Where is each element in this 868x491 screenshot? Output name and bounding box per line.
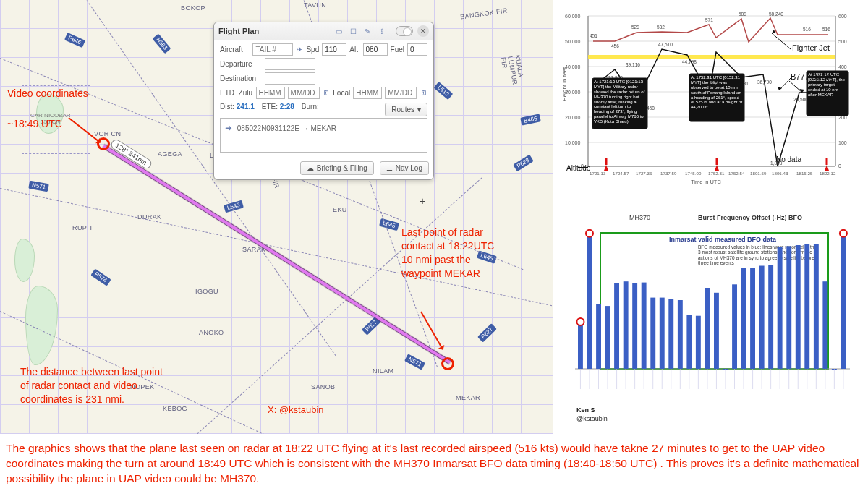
bfo-bar <box>741 268 746 369</box>
stat-ete: ETE: 2:28 <box>262 103 294 116</box>
svg-text:532: 532 <box>657 25 665 30</box>
etd-local-hhmm[interactable] <box>353 87 382 99</box>
boundary-line <box>181 177 482 434</box>
label-aircraft: Aircraft <box>220 46 250 54</box>
svg-text:600: 600 <box>838 14 847 19</box>
svg-text:No data: No data <box>776 155 801 163</box>
route-string: 085022N0931122E → MEKAR <box>237 124 336 132</box>
svg-text:516: 516 <box>822 27 830 32</box>
calendar-icon[interactable]: 🗓 <box>323 89 331 97</box>
flight-plan-panel: Flight Plan ▭ ☐ ✎ ⇪ ✕ Aircraft ✈ Spd Alt… <box>213 22 434 180</box>
svg-text:1721.13: 1721.13 <box>590 171 606 176</box>
svg-text:50,000: 50,000 <box>565 39 581 44</box>
airway-label: L510 <box>433 82 453 100</box>
island <box>14 239 35 282</box>
svg-text:100: 100 <box>838 140 847 145</box>
label-departure: Departure <box>220 60 262 68</box>
waypoint-label: KEBOG <box>163 405 187 412</box>
airway-label: L645 <box>379 218 399 231</box>
bfo-bar <box>660 298 665 369</box>
svg-text:451: 451 <box>590 33 597 38</box>
waypoint-label: BOKOP <box>181 4 205 12</box>
annotation-distance: The distance between last point of radar… <box>20 365 163 406</box>
waypoint-label: VOR CN <box>94 130 121 137</box>
label-spd: Spd <box>306 46 319 54</box>
waypoint-label: AGEGA <box>158 150 182 158</box>
calendar-icon[interactable]: 🗓 <box>420 89 427 97</box>
new-file-icon[interactable]: ▭ <box>333 26 344 36</box>
svg-text:1737.59: 1737.59 <box>660 171 677 176</box>
route-string-box[interactable]: ➜ 085022N0931122E → MEKAR <box>220 118 427 153</box>
svg-rect-23 <box>588 55 835 59</box>
bfo-bar <box>650 298 655 369</box>
label-local: Local <box>333 89 350 97</box>
save-file-icon[interactable]: ✎ <box>362 26 373 36</box>
open-file-icon[interactable]: ☐ <box>348 26 358 36</box>
svg-text:58,240: 58,240 <box>769 12 783 17</box>
bfo-bar <box>760 266 765 370</box>
etd-zulu-mmdd[interactable] <box>288 87 320 99</box>
svg-text:B777 Decoy: B777 Decoy <box>791 72 834 81</box>
bfo-subtitle: Inmarsat valid measured BFO data <box>669 236 777 243</box>
svg-text:1822.12: 1822.12 <box>820 171 836 176</box>
waypoint-label: IGOGU <box>195 288 218 295</box>
svg-text:529: 529 <box>631 25 639 30</box>
y-axis-label: Height in feet <box>561 67 568 101</box>
bfo-bar <box>778 247 783 369</box>
svg-marker-71 <box>778 87 782 90</box>
units-toggle[interactable] <box>396 26 413 36</box>
svg-marker-69 <box>772 30 775 33</box>
share-icon[interactable]: ⇪ <box>377 26 387 36</box>
waypoint-label: ANOKO <box>199 329 224 336</box>
annotation-mekar: Last point of radar contact at 18:22UTC … <box>401 226 494 281</box>
airway-label: P627 <box>477 323 497 342</box>
svg-text:589: 589 <box>739 12 746 17</box>
svg-text:1752.31: 1752.31 <box>708 171 725 176</box>
svg-marker-66 <box>825 165 829 171</box>
svg-text:1806.43: 1806.43 <box>772 171 788 176</box>
etd-zulu-hhmm[interactable] <box>256 87 285 99</box>
aircraft-icon: ✈ <box>296 46 303 54</box>
alt-input[interactable] <box>363 43 388 56</box>
svg-marker-62 <box>604 165 608 171</box>
label-destination: Destination <box>220 74 262 82</box>
bfo-bar <box>841 236 846 369</box>
svg-text:Fighter Jet: Fighter Jet <box>792 43 830 52</box>
waypoint-label: NILAM <box>373 367 394 375</box>
briefing-button[interactable]: ☁ Briefing & Filing <box>300 161 374 175</box>
bfo-bar <box>596 304 601 369</box>
flight-plan-title: Flight Plan <box>218 27 259 35</box>
fuel-input[interactable] <box>407 43 427 56</box>
svg-text:1801.59: 1801.59 <box>750 171 767 176</box>
mekar-radar-marker <box>441 357 454 370</box>
label-zulu: Zulu <box>239 89 253 97</box>
svg-rect-63 <box>605 158 608 165</box>
svg-text:29,500: 29,500 <box>793 97 808 102</box>
close-icon[interactable]: ✕ <box>417 25 429 37</box>
label-etd: ETD <box>220 89 236 97</box>
svg-line-72 <box>789 81 802 93</box>
conclusion-text: The graphics shows that the plane last s… <box>6 441 862 487</box>
svg-text:400: 400 <box>838 64 847 69</box>
routes-button[interactable]: Routes ▾ <box>385 103 427 116</box>
destination-input[interactable] <box>265 72 315 85</box>
airway-label: N563 <box>153 34 171 54</box>
svg-text:1724.57: 1724.57 <box>613 171 629 176</box>
navlog-button[interactable]: ☰ Nav Log <box>380 161 429 175</box>
etd-local-mmdd[interactable] <box>385 87 417 99</box>
departure-input[interactable] <box>265 58 315 70</box>
bfo-red-circle <box>840 230 847 237</box>
label-fuel: Fuel <box>391 46 404 54</box>
fir-label: KUALA LUMPUR FIR <box>499 54 526 90</box>
svg-text:36,790: 36,790 <box>757 80 772 85</box>
bfo-bar <box>714 293 719 369</box>
svg-text:571: 571 <box>705 17 713 22</box>
speed-input[interactable] <box>322 43 346 56</box>
svg-text:60,000: 60,000 <box>565 14 581 19</box>
aircraft-input[interactable] <box>252 43 293 56</box>
svg-text:500: 500 <box>838 39 847 44</box>
bfo-bar <box>768 265 773 369</box>
bfo-bar <box>678 300 683 369</box>
bfo-bar <box>796 245 801 369</box>
svg-text:44,798: 44,798 <box>682 59 697 64</box>
